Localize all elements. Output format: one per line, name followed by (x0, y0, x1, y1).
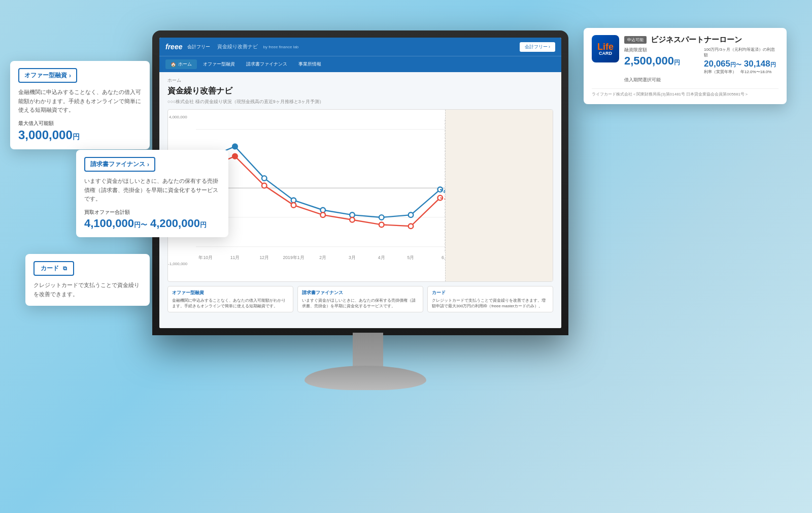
y-label-min: -1,000,000 (168, 262, 187, 266)
life-rate-value: 年12.0%〜18.0% (740, 69, 771, 75)
svg-point-13 (409, 212, 414, 217)
nav-invoice[interactable]: 請求書ファイナンス (241, 59, 292, 69)
breadcrumb: ホーム (167, 77, 553, 84)
nav-bar: 🏠 ホーム オファー型融資 請求書ファイナンス 事業所情報 (159, 56, 561, 72)
svg-point-7 (232, 144, 238, 149)
bottom-invoice-title: 請求書ファイナンス (302, 290, 419, 296)
svg-point-30 (350, 217, 355, 222)
life-limit-section: 融資限度額 2,500,000円 (624, 47, 699, 75)
bottom-credit-title: カード (432, 290, 549, 296)
svg-point-32 (409, 223, 414, 229)
offer-btn-arrow: › (69, 72, 71, 79)
svg-point-10 (320, 208, 325, 213)
life-interest-section: 100万円/3ヶ月（元利均等返済）の利息額 20,065円〜 30,148円 利… (704, 47, 779, 75)
freee-btn[interactable]: 会計フリー › (520, 42, 556, 52)
credit-desc: クレジットカードで支払うことで資金繰りを改善できます。 (33, 281, 142, 299)
bottom-offer-desc: 金融機関に申込みすることなく、あなたの借入可能額がわかります。手続きもオンライン… (172, 298, 289, 309)
life-footer: ライフカード株式会社＜関東財務局長(3)第01481号 日本貸金業協会会員第00… (592, 88, 779, 97)
card-offer: オファー型融資 › 金融機関に申込みすることなく、あなたの借入可能額がわかります… (10, 61, 150, 149)
offer-desc: 金融機関に申込みすることなく、あなたの借入可能額がわかります。手続きもオンライン… (18, 88, 142, 115)
life-interest-amount: 20,065円〜 30,148円 (704, 59, 779, 69)
logo-subtitle: 会計フリー (187, 44, 210, 50)
life-interest-label: 100万円/3ヶ月（元利均等返済）の利息額 (704, 47, 779, 58)
invoice-btn[interactable]: 請求書ファイナンス › (84, 157, 155, 172)
svg-text:5月: 5月 (408, 255, 415, 260)
life-approved-badge: 申込可能 (624, 36, 647, 44)
nav-offer[interactable]: オファー型融資 (198, 59, 240, 69)
credit-btn[interactable]: カード ⧉ (33, 261, 74, 276)
invoice-amount-label: 買取オファー合計額 (84, 209, 220, 216)
page-title: 資金繰り改善ナビ (167, 86, 553, 97)
svg-text:年10月: 年10月 (198, 255, 213, 260)
svg-text:11月: 11月 (230, 255, 240, 260)
chart-subtitle: ○○○株式会社 様の資金繰り状況（現預金残高の直近9ヶ月推移と3ヶ月予測） (167, 99, 553, 105)
nav-home[interactable]: 🏠 ホーム (165, 59, 197, 69)
freee-logo-text: freee (165, 43, 182, 51)
svg-point-29 (320, 212, 325, 217)
life-rate-row: 利率（実質年率） 年12.0%〜18.0% (704, 69, 779, 75)
life-rate-label: 利率（実質年率） (704, 69, 736, 75)
svg-text:12月: 12月 (259, 255, 269, 260)
invoice-btn-arrow: › (147, 161, 149, 168)
life-card-title: ビジネスパートナーローン (651, 35, 742, 45)
svg-point-26 (232, 154, 238, 159)
svg-text:3月: 3月 (349, 255, 356, 260)
svg-point-27 (262, 183, 267, 188)
y-label-max: 4,000,000 (169, 115, 187, 119)
offer-btn[interactable]: オファー型融資 › (18, 68, 77, 83)
bottom-cards-row: オファー型融資 金融機関に申込みすることなく、あなたの借入可能額がわかります。手… (167, 286, 553, 312)
life-card-header: Life CARD 申込可能 ビジネスパートナーローン 融資限度額 2,500,… (592, 35, 779, 83)
svg-point-12 (379, 215, 384, 220)
home-icon: 🏠 (171, 62, 176, 67)
life-limit-label: 融資限度額 (624, 47, 699, 53)
external-link-icon: ⧉ (63, 265, 67, 272)
kaiko-free-label: 会計フリー (187, 44, 210, 50)
life-logo-card: CARD (599, 51, 612, 56)
life-logo-container: Life CARD (592, 35, 619, 62)
svg-point-9 (291, 198, 296, 203)
bottom-invoice-desc: いますぐ資金がほしいときに、あなたの保有する売掛債権（請求書、売掛金）を早期に資… (302, 298, 419, 309)
invoice-desc: いますぐ資金がほしいときに、あなたの保有する売掛債権（請求書、売掛金）を早期に資… (84, 177, 220, 204)
life-logo-box: Life CARD (592, 35, 619, 62)
svg-text:2019年1月: 2019年1月 (283, 255, 304, 260)
monitor-stand-base (304, 366, 426, 390)
life-title-row: 申込可能 ビジネスパートナーローン (624, 35, 779, 45)
bottom-offer-title: オファー型融資 (172, 290, 289, 296)
life-title-area: 申込可能 ビジネスパートナーローン 融資限度額 2,500,000円 100万円… (624, 35, 779, 83)
life-limit-amount: 2,500,000円 (624, 54, 699, 68)
bottom-card-offer: オファー型融資 金融機関に申込みすることなく、あなたの借入可能額がわかります。手… (167, 286, 293, 312)
bottom-credit-desc: クレジットカードで支払うことで資金繰りを改善できます。増額申請で最大300万円の… (432, 298, 549, 309)
life-logo-life: Life (597, 42, 614, 51)
life-amounts-grid: 融資限度額 2,500,000円 100万円/3ヶ月（元利均等返済）の利息額 2… (624, 47, 779, 75)
navi-sub-label: by freee finance lab (263, 45, 298, 49)
forecast-area (445, 110, 553, 281)
invoice-amount: 4,100,000円〜 4,200,000円 (84, 217, 220, 230)
card-invoice: 請求書ファイナンス › いますぐ資金がほしいときに、あなたの保有する売掛債権（請… (76, 150, 228, 237)
offer-amount-label: 最大借入可能額 (18, 120, 142, 127)
card-life: Life CARD 申込可能 ビジネスパートナーローン 融資限度額 2,500,… (584, 28, 787, 104)
nav-company[interactable]: 事業所情報 (293, 59, 326, 69)
svg-point-11 (350, 212, 355, 217)
svg-point-8 (262, 176, 267, 181)
offer-amount: 3,000,000円 (18, 128, 142, 142)
navi-title-label: 資金繰り改善ナビ (217, 43, 258, 50)
bottom-card-invoice: 請求書ファイナンス いますぐ資金がほしいときに、あなたの保有する売掛債権（請求書… (297, 286, 423, 312)
card-credit: カード ⧉ クレジットカードで支払うことで資金繰りを改善できます。 (25, 254, 150, 306)
svg-point-28 (291, 203, 296, 208)
svg-text:4月: 4月 (378, 255, 385, 260)
bottom-card-credit: カード クレジットカードで支払うことで資金繰りを改善できます。増額申請で最大30… (427, 286, 553, 312)
screen-header: freee 会計フリー 資金繰り改善ナビ by freee finance la… (159, 38, 561, 56)
svg-point-31 (379, 222, 384, 228)
life-period-label: 借入期間選択可能 (624, 77, 779, 83)
svg-text:2月: 2月 (319, 255, 326, 260)
